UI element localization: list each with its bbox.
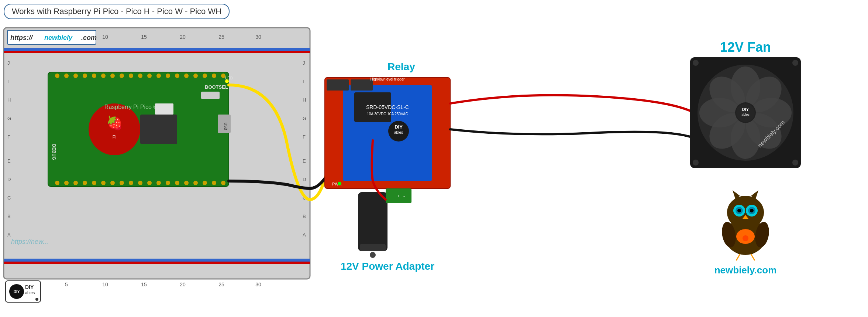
- svg-rect-101: [351, 79, 373, 91]
- compat-banner: Works with Raspberry Pi Pico - Pico H - …: [4, 4, 230, 19]
- svg-text:J: J: [303, 60, 305, 66]
- svg-point-78: [184, 181, 189, 185]
- svg-text:D: D: [303, 177, 306, 182]
- svg-text:+: +: [397, 194, 400, 199]
- svg-text:G: G: [7, 116, 11, 121]
- svg-point-49: [92, 74, 96, 78]
- svg-text:ables: ables: [394, 130, 403, 134]
- svg-text:DIY: DIY: [25, 284, 34, 290]
- svg-text:20: 20: [180, 34, 186, 40]
- svg-point-65: [64, 181, 69, 185]
- svg-text:C: C: [7, 195, 11, 201]
- svg-point-134: [792, 160, 798, 166]
- svg-text:1 Relay Module: 1 Relay Module: [372, 72, 403, 77]
- svg-point-64: [55, 181, 59, 185]
- svg-rect-95: [155, 103, 173, 115]
- svg-rect-2: [4, 51, 310, 53]
- svg-point-144: [736, 207, 743, 214]
- svg-point-75: [156, 181, 161, 185]
- svg-point-77: [175, 181, 179, 185]
- svg-text:5: 5: [65, 282, 68, 287]
- svg-text:High/low level trigger: High/low level trigger: [371, 77, 405, 81]
- svg-point-126: [702, 106, 752, 156]
- svg-point-76: [166, 181, 170, 185]
- svg-text:H: H: [303, 97, 306, 103]
- svg-point-52: [120, 74, 124, 78]
- svg-rect-94: [140, 115, 177, 144]
- svg-point-135: [735, 102, 756, 123]
- svg-text:F: F: [303, 134, 306, 140]
- svg-text:.com: .com: [81, 34, 97, 41]
- svg-point-47: [73, 74, 78, 78]
- svg-rect-1: [4, 48, 310, 51]
- svg-point-114: [370, 252, 376, 258]
- svg-text:DIY: DIY: [742, 107, 749, 112]
- svg-point-151: [736, 229, 755, 244]
- svg-text:1: 1: [35, 34, 38, 40]
- svg-text:https://new...: https://new...: [11, 238, 48, 245]
- svg-text:H: H: [7, 97, 11, 103]
- svg-text:B: B: [7, 214, 11, 219]
- svg-text:Pi: Pi: [113, 134, 117, 140]
- svg-point-110: [338, 182, 341, 185]
- svg-point-62: [212, 74, 216, 78]
- svg-text:DIY: DIY: [14, 290, 20, 294]
- svg-point-61: [203, 74, 207, 78]
- svg-text:SRD-05VDC-SL-C: SRD-05VDC-SL-C: [366, 104, 409, 110]
- svg-rect-97: [325, 78, 450, 188]
- svg-point-121: [731, 67, 760, 107]
- svg-text:5: 5: [65, 34, 68, 40]
- svg-text:DIY: DIY: [395, 124, 403, 130]
- svg-rect-3: [4, 259, 310, 262]
- svg-text:15: 15: [141, 282, 147, 287]
- svg-point-143: [746, 205, 758, 217]
- svg-point-79: [193, 181, 198, 185]
- svg-point-73: [138, 181, 142, 185]
- svg-point-53: [129, 74, 133, 78]
- svg-rect-113: [360, 244, 386, 251]
- svg-text:DEBUG: DEBUG: [51, 144, 56, 160]
- svg-text:12V Fan: 12V Fan: [720, 40, 771, 55]
- svg-text:J: J: [7, 60, 10, 66]
- svg-text:-: -: [403, 194, 405, 199]
- svg-point-90: [225, 79, 229, 83]
- svg-point-127: [699, 98, 740, 127]
- svg-point-147: [750, 209, 754, 212]
- svg-rect-98: [343, 85, 432, 181]
- svg-rect-4: [4, 262, 310, 264]
- svg-point-58: [175, 74, 179, 78]
- svg-point-152: [743, 235, 748, 241]
- svg-text:Relay: Relay: [388, 61, 415, 72]
- svg-marker-149: [733, 190, 740, 200]
- svg-point-145: [748, 207, 755, 214]
- svg-text:15: 15: [141, 34, 147, 40]
- svg-rect-119: [690, 57, 801, 168]
- svg-point-72: [129, 181, 133, 185]
- svg-point-82: [221, 181, 225, 185]
- svg-point-159: [9, 284, 24, 299]
- svg-rect-0: [4, 28, 310, 279]
- svg-point-133: [693, 160, 699, 166]
- svg-text:1: 1: [35, 282, 38, 287]
- svg-point-46: [64, 74, 69, 78]
- svg-point-130: [741, 108, 750, 117]
- svg-point-120: [698, 65, 793, 161]
- svg-text:ables: ables: [741, 113, 750, 116]
- svg-marker-148: [743, 215, 748, 219]
- svg-point-132: [792, 60, 798, 66]
- svg-point-45: [55, 74, 59, 78]
- svg-point-154: [753, 221, 771, 248]
- svg-marker-150: [751, 190, 758, 200]
- svg-rect-100: [327, 79, 349, 91]
- svg-text:30: 30: [255, 282, 261, 287]
- svg-text:Raspberry Pi Pico © 2020: Raspberry Pi Pico © 2020: [104, 104, 172, 110]
- svg-text:25: 25: [218, 34, 224, 40]
- svg-rect-99: [354, 92, 391, 122]
- svg-point-146: [737, 209, 741, 212]
- svg-text:C: C: [303, 195, 306, 201]
- svg-text:newbiely: newbiely: [44, 34, 73, 41]
- svg-point-56: [156, 74, 161, 78]
- svg-point-70: [110, 181, 115, 185]
- svg-point-81: [212, 181, 216, 185]
- svg-point-55: [147, 74, 152, 78]
